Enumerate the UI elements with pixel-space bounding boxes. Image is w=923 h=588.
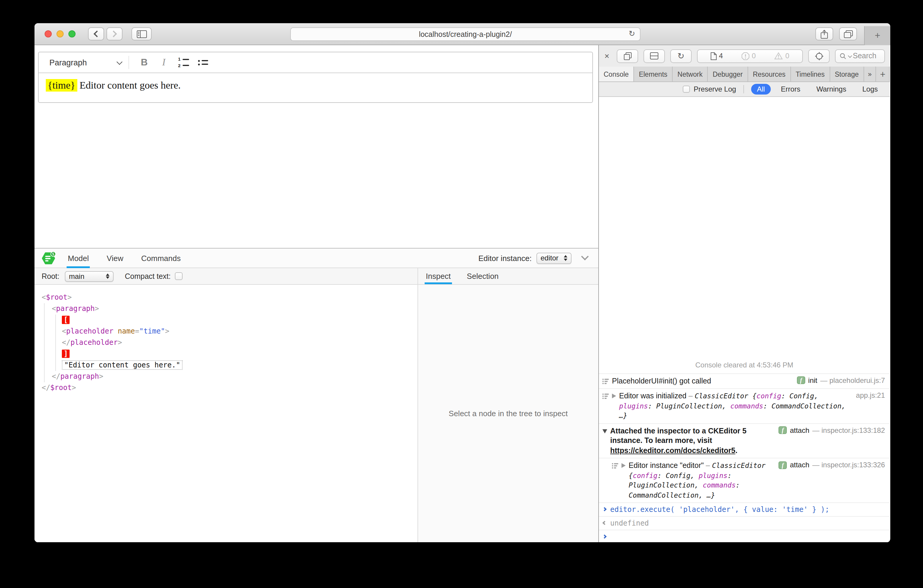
console-message-source[interactable]: fattach— inspector.js:133:182 xyxy=(778,426,885,434)
select-arrows-icon xyxy=(106,273,109,279)
tree-line[interactable]: <paragraph> xyxy=(34,303,417,315)
console-scope-warnings[interactable]: Warnings xyxy=(810,84,852,95)
warning-icon xyxy=(775,52,783,59)
console-scope-errors[interactable]: Errors xyxy=(775,84,806,95)
italic-button[interactable]: I xyxy=(154,56,174,68)
devtools-tab-network[interactable]: Network xyxy=(673,67,708,81)
chevron-down-icon xyxy=(848,54,852,57)
new-tab-button[interactable]: + xyxy=(864,26,890,45)
ckeditor-inspector: 5 ModelViewCommands Editor instance: edi… xyxy=(34,248,598,542)
placeholder-widget[interactable]: {time} xyxy=(46,79,77,92)
inspector-tab-commands[interactable]: Commands xyxy=(140,248,182,268)
resource-count: 4 xyxy=(711,52,723,60)
paragraph-dropdown-label: Paragraph xyxy=(49,58,87,67)
add-tab-button[interactable]: + xyxy=(876,67,890,81)
ckeditor5-logo-icon: 5 xyxy=(42,251,56,265)
tree-line[interactable]: </paragraph> xyxy=(34,371,417,382)
tree-line[interactable]: </placeholder> xyxy=(34,337,417,348)
dock-side-button[interactable] xyxy=(617,49,638,63)
inspector-tabs: ModelViewCommands xyxy=(67,248,182,268)
inspector-tab-model[interactable]: Model xyxy=(67,248,90,268)
tree-line[interactable]: <placeholder name="time"> xyxy=(34,326,417,337)
preserve-log-checkbox[interactable] xyxy=(683,85,690,93)
collapse-inspector-chevron-icon[interactable] xyxy=(581,253,588,260)
console-message-source[interactable]: fattach— inspector.js:133:326 xyxy=(778,461,885,469)
root-select[interactable]: main xyxy=(65,271,113,281)
tree-line[interactable]: </$root> xyxy=(34,382,417,394)
address-bar[interactable]: localhost/creating-a-plugin2/ ↻ xyxy=(290,27,641,41)
console-cleared-notice: Console cleared at 4:53:46 PM xyxy=(599,359,890,373)
sidebar-toggle-button[interactable] xyxy=(131,27,152,40)
toolbar-separator xyxy=(128,56,129,69)
screen: localhost/creating-a-plugin2/ ↻ xyxy=(0,0,923,588)
console-message-source[interactable]: app.js:21 xyxy=(856,391,885,399)
zoom-window-button[interactable] xyxy=(68,30,76,38)
inspector-tab-view[interactable]: View xyxy=(105,248,125,268)
close-window-button[interactable] xyxy=(44,30,52,38)
resource-summary[interactable]: 4 0 xyxy=(697,49,803,63)
tree-line[interactable]: [ xyxy=(34,315,417,326)
bulleted-list-icon xyxy=(198,60,208,62)
url-text: localhost/creating-a-plugin2/ xyxy=(419,30,512,38)
tab-overview-button[interactable] xyxy=(839,27,857,40)
devtools-tab-debugger[interactable]: Debugger xyxy=(708,67,748,81)
result-left-icon xyxy=(603,521,607,525)
indent-guide xyxy=(44,303,44,382)
tree-line[interactable]: "Editor content goes here." xyxy=(34,360,417,371)
editor-instance-select[interactable]: editor xyxy=(536,252,572,264)
reload-icon[interactable]: ↻ xyxy=(629,29,635,38)
split-console-button[interactable] xyxy=(644,49,665,63)
bulleted-list-button[interactable] xyxy=(193,60,213,65)
disclosure-collapsed-icon[interactable] xyxy=(612,394,616,398)
disclosure-collapsed-icon[interactable] xyxy=(621,463,626,468)
console-message-text: Editor instance "editor" – ClassicEditor… xyxy=(629,461,772,500)
page-content: Paragraph B I 1 2 xyxy=(34,45,598,542)
console-scope-all[interactable]: All xyxy=(751,84,771,95)
chevron-left-icon xyxy=(94,31,100,38)
bold-button[interactable]: B xyxy=(135,57,154,68)
console-message[interactable]: Editor instance "editor" – ClassicEditor… xyxy=(599,458,890,503)
stack-trace-icon xyxy=(603,378,609,384)
console-message[interactable]: Editor was initialized – ClassicEditor {… xyxy=(599,388,890,423)
devtools-toolbar: × ↻ xyxy=(599,45,890,67)
element-picker-button[interactable] xyxy=(808,49,829,63)
devtools-tab-timelines[interactable]: Timelines xyxy=(791,67,830,81)
devtools-tab-elements[interactable]: Elements xyxy=(634,67,673,81)
inspector-side-tab-inspect[interactable]: Inspect xyxy=(425,268,452,284)
minimize-window-button[interactable] xyxy=(56,30,64,38)
preserve-log-label: Preserve Log xyxy=(694,85,736,94)
console-message[interactable]: Attached the inspector to a CKEditor 5 i… xyxy=(599,423,890,458)
reload-page-button[interactable]: ↻ xyxy=(670,49,691,63)
devtools-search-field[interactable]: Search xyxy=(835,49,885,63)
console-message[interactable]: PlaceholderUI#init() got calledfinit— pl… xyxy=(599,373,890,388)
console-message-source[interactable]: finit— placeholderui.js:7 xyxy=(797,376,885,384)
svg-text:5: 5 xyxy=(53,252,54,256)
inspector-side-tab-selection[interactable]: Selection xyxy=(466,268,500,284)
share-button[interactable] xyxy=(815,27,833,40)
devtools-tab-console[interactable]: Console xyxy=(599,67,634,81)
editor-text: Editor content goes here. xyxy=(77,80,181,91)
compact-text-checkbox[interactable] xyxy=(175,272,182,280)
overflow-tabs-button[interactable]: » xyxy=(864,67,876,81)
console-scope-logs[interactable]: Logs xyxy=(856,84,884,95)
filter-separator xyxy=(743,85,744,94)
editor-content-area[interactable]: {time} Editor content goes here. xyxy=(39,73,592,102)
close-devtools-button[interactable]: × xyxy=(603,51,611,61)
console-filter-bar: Preserve Log AllErrorsWarningsLogs xyxy=(599,82,890,97)
console-result[interactable]: undefined xyxy=(599,516,890,530)
settings-button[interactable]: ⚙ xyxy=(890,67,890,81)
tree-line[interactable]: ] xyxy=(34,348,417,360)
split-view-icon xyxy=(650,52,659,59)
disclosure-expanded-icon[interactable] xyxy=(603,429,607,433)
function-badge-icon: f xyxy=(797,376,805,384)
console-prompt[interactable] xyxy=(599,530,890,542)
numbered-list-button[interactable]: 1 2 xyxy=(174,57,193,68)
console-input-echo[interactable]: editor.execute( 'placeholder', { value: … xyxy=(599,503,890,516)
paragraph-dropdown[interactable]: Paragraph xyxy=(44,58,123,67)
devtools-tab-storage[interactable]: Storage xyxy=(830,67,864,81)
forward-button[interactable] xyxy=(107,27,123,40)
tree-line[interactable]: <$root> xyxy=(34,292,417,303)
devtools-tab-resources[interactable]: Resources xyxy=(748,67,791,81)
back-button[interactable] xyxy=(88,27,104,40)
error-count: 0 xyxy=(742,52,755,60)
